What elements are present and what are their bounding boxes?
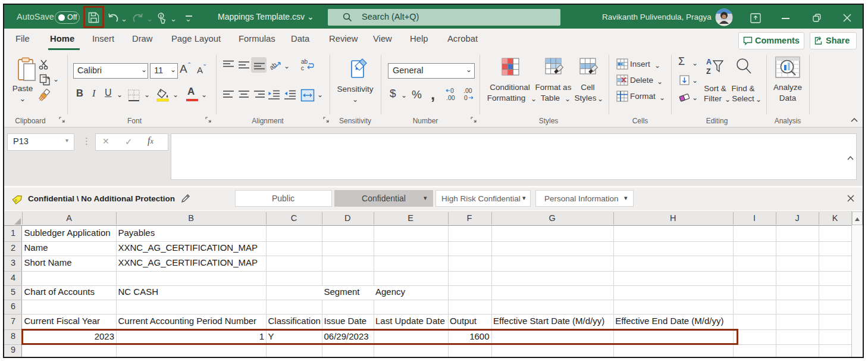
svg-text:.00: .00 [463,87,472,94]
svg-text:0: 0 [450,87,454,94]
svg-text:.00: .00 [446,94,455,101]
svg-text:A: A [706,58,712,66]
svg-text:0: 0 [464,94,468,101]
svg-text:ab: ab [301,58,308,65]
svg-text:Z: Z [706,67,711,76]
svg-text:c: c [301,65,304,71]
